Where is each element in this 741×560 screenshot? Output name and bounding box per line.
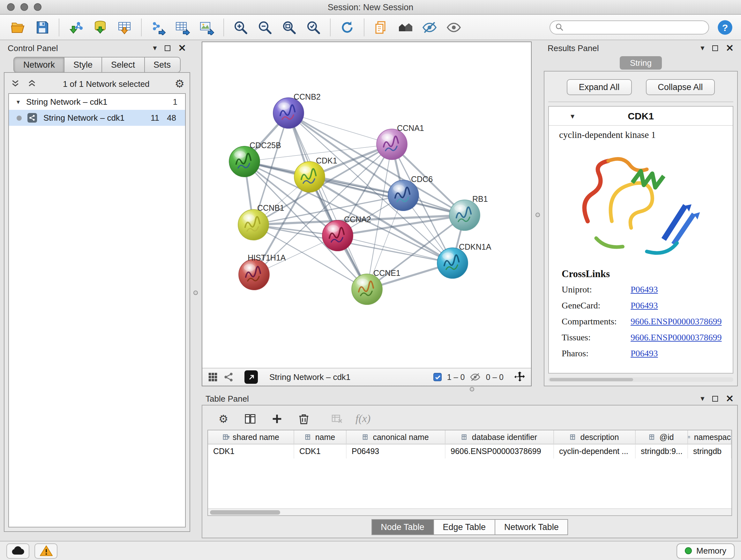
- window-zoom-button[interactable]: [34, 3, 42, 11]
- tree-expand-caret-icon[interactable]: ▾: [17, 98, 20, 105]
- expand-tree-button[interactable]: [10, 78, 21, 89]
- open-in-new-window-button[interactable]: [245, 370, 258, 384]
- crosslink-pharos-link[interactable]: P06493: [630, 349, 726, 359]
- network-node[interactable]: CDK1: [294, 156, 337, 192]
- network-node[interactable]: CCNB2: [273, 92, 321, 128]
- node-table-tab[interactable]: Node Table: [371, 519, 434, 535]
- import-network-file-button[interactable]: [64, 16, 87, 38]
- table-horizontal-scrollbar[interactable]: [208, 508, 731, 515]
- tab-network[interactable]: Network: [14, 57, 64, 73]
- help-button[interactable]: ?: [716, 17, 735, 37]
- crosslink-tissues-link[interactable]: 9606.ENSP00000378699: [630, 333, 726, 343]
- string-share-icon[interactable]: [223, 372, 234, 382]
- splitter-knob[interactable]: [193, 291, 198, 295]
- refresh-button[interactable]: [336, 16, 359, 38]
- scrollbar-thumb[interactable]: [549, 378, 633, 381]
- tab-sets[interactable]: Sets: [145, 57, 180, 73]
- import-table-file-button[interactable]: [113, 16, 136, 38]
- network-collection-row[interactable]: ▾ String Network – cdk1 1: [9, 94, 185, 110]
- panel-close-icon[interactable]: ×: [725, 393, 734, 403]
- network-table-tab[interactable]: Network Table: [495, 519, 568, 535]
- collapse-tree-button[interactable]: [26, 78, 38, 89]
- crosslink-genecard-link[interactable]: P06493: [630, 301, 726, 311]
- tab-select[interactable]: Select: [102, 57, 145, 73]
- save-session-button[interactable]: [30, 16, 54, 38]
- network-node[interactable]: RB1: [449, 194, 488, 231]
- panel-menu-caret-icon[interactable]: ▾: [700, 44, 704, 52]
- table-cell[interactable]: CDK1: [208, 444, 294, 458]
- gene-header[interactable]: ▾ CDK1: [549, 107, 733, 126]
- export-table-button[interactable]: [171, 16, 194, 38]
- results-scrollbar[interactable]: [548, 377, 733, 382]
- network-node[interactable]: HIST1H1A: [239, 253, 286, 290]
- horizontal-splitter[interactable]: [202, 386, 741, 392]
- table-settings-button[interactable]: ⚙: [215, 411, 232, 427]
- string-results-tab[interactable]: String: [620, 56, 662, 69]
- splitter-knob[interactable]: [536, 212, 540, 217]
- panel-close-icon[interactable]: ×: [178, 43, 186, 53]
- network-row-selected[interactable]: String Network – cdk1 11 48: [9, 110, 185, 126]
- gene-collapse-caret-icon[interactable]: ▾: [570, 111, 575, 120]
- window-minimize-button[interactable]: [20, 3, 28, 11]
- column-header[interactable]: shared name: [208, 430, 294, 444]
- crosslink-uniprot-link[interactable]: P06493: [630, 285, 726, 295]
- show-images-button[interactable]: [442, 16, 465, 38]
- middle-splitter[interactable]: [532, 42, 544, 386]
- network-options-gear-icon[interactable]: ⚙: [175, 78, 185, 89]
- import-network-database-button[interactable]: [89, 16, 112, 38]
- collapse-all-button[interactable]: Collapse All: [646, 79, 715, 95]
- network-node[interactable]: CDC25B: [229, 141, 281, 177]
- table-cell[interactable]: 9606.ENSP00000378699: [446, 444, 554, 458]
- panel-float-icon[interactable]: [712, 45, 718, 51]
- panel-float-icon[interactable]: [164, 45, 170, 51]
- table-cell[interactable]: stringdb: [688, 444, 731, 458]
- column-header[interactable]: database identifier: [446, 430, 554, 444]
- cloud-status-button[interactable]: [6, 543, 29, 558]
- show-columns-button[interactable]: [242, 411, 259, 427]
- export-network-button[interactable]: [147, 16, 170, 38]
- zoom-fit-button[interactable]: [278, 16, 300, 38]
- delete-table-button[interactable]: [329, 411, 345, 427]
- selected-checkbox[interactable]: [434, 373, 442, 381]
- column-header[interactable]: @id: [636, 430, 688, 444]
- zoom-selected-button[interactable]: [302, 16, 325, 38]
- edge-table-tab[interactable]: Edge Table: [434, 519, 495, 535]
- open-session-button[interactable]: [6, 16, 29, 38]
- duplicate-button[interactable]: [369, 16, 393, 38]
- table-cell[interactable]: stringdb:9...: [636, 444, 688, 458]
- panel-float-icon[interactable]: [712, 395, 718, 401]
- expand-all-button[interactable]: Expand All: [567, 79, 632, 95]
- column-header[interactable]: canonical name: [347, 430, 446, 444]
- scrollbar-thumb[interactable]: [210, 510, 280, 515]
- function-builder-button[interactable]: f(x): [355, 413, 370, 425]
- table-cell[interactable]: cyclin-dependent ...: [554, 444, 636, 458]
- table-cell[interactable]: CDK1: [294, 444, 347, 458]
- panel-menu-caret-icon[interactable]: ▾: [153, 44, 157, 52]
- panel-menu-caret-icon[interactable]: ▾: [700, 395, 704, 402]
- zoom-out-button[interactable]: [253, 16, 276, 38]
- column-header[interactable]: description: [554, 430, 636, 444]
- network-node[interactable]: CCNA1: [377, 124, 424, 160]
- hide-glass-effect-button[interactable]: [418, 16, 441, 38]
- table-cell[interactable]: P06493: [347, 444, 446, 458]
- warnings-button[interactable]: [35, 543, 57, 558]
- tab-style[interactable]: Style: [64, 57, 102, 73]
- table-row[interactable]: CDK1 CDK1 P06493 9606.ENSP00000378699 cy…: [208, 444, 731, 458]
- window-close-button[interactable]: [7, 3, 15, 11]
- column-header[interactable]: namespac: [688, 430, 731, 444]
- network-canvas[interactable]: CCNB2CCNA1CDC25BCDK1CDC6RB1CCNB1CCNA2CDK…: [202, 42, 531, 368]
- memory-button[interactable]: Memory: [677, 543, 735, 558]
- search-input[interactable]: [567, 22, 703, 32]
- column-header[interactable]: name: [294, 430, 347, 444]
- export-image-button[interactable]: [195, 16, 218, 38]
- pan-move-icon[interactable]: [514, 371, 526, 383]
- zoom-in-button[interactable]: [229, 16, 252, 38]
- panel-close-icon[interactable]: ×: [725, 43, 734, 53]
- birdseye-grid-icon[interactable]: [207, 372, 218, 382]
- splitter-knob[interactable]: [470, 387, 474, 391]
- home-button[interactable]: [394, 16, 417, 38]
- vertical-splitter[interactable]: [190, 42, 202, 541]
- create-column-button[interactable]: [269, 411, 285, 427]
- crosslink-compartments-link[interactable]: 9606.ENSP00000378699: [630, 317, 726, 327]
- delete-column-button[interactable]: [295, 411, 312, 427]
